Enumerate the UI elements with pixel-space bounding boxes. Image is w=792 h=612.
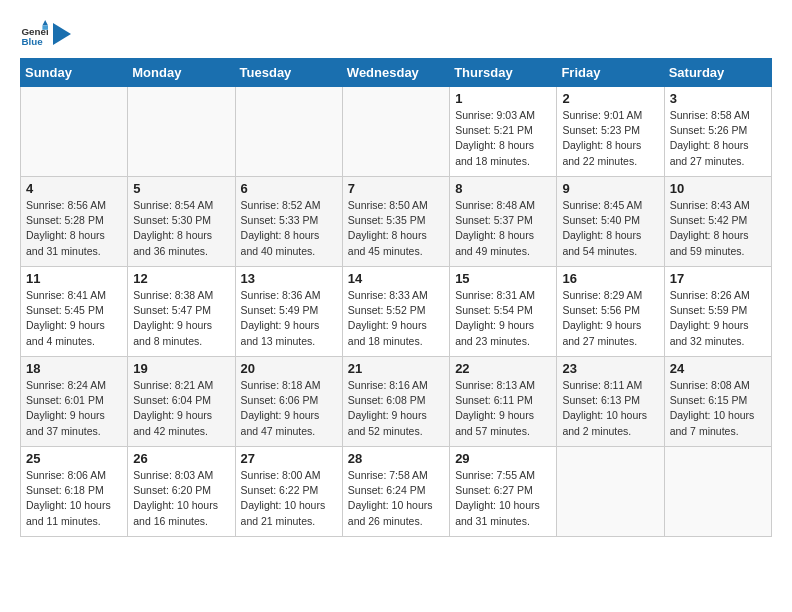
day-number: 6 <box>241 181 337 196</box>
day-number: 12 <box>133 271 229 286</box>
day-info: Sunrise: 8:50 AMSunset: 5:35 PMDaylight:… <box>348 198 444 259</box>
calendar-cell: 19Sunrise: 8:21 AMSunset: 6:04 PMDayligh… <box>128 357 235 447</box>
logo-icon: General Blue <box>20 20 48 48</box>
day-number: 18 <box>26 361 122 376</box>
day-number: 15 <box>455 271 551 286</box>
calendar-week-row: 11Sunrise: 8:41 AMSunset: 5:45 PMDayligh… <box>21 267 772 357</box>
page-header: General Blue <box>20 20 772 48</box>
day-number: 14 <box>348 271 444 286</box>
day-info: Sunrise: 8:29 AMSunset: 5:56 PMDaylight:… <box>562 288 658 349</box>
calendar-week-row: 25Sunrise: 8:06 AMSunset: 6:18 PMDayligh… <box>21 447 772 537</box>
calendar-cell: 5Sunrise: 8:54 AMSunset: 5:30 PMDaylight… <box>128 177 235 267</box>
calendar-cell: 20Sunrise: 8:18 AMSunset: 6:06 PMDayligh… <box>235 357 342 447</box>
day-info: Sunrise: 8:38 AMSunset: 5:47 PMDaylight:… <box>133 288 229 349</box>
calendar-cell: 28Sunrise: 7:58 AMSunset: 6:24 PMDayligh… <box>342 447 449 537</box>
day-info: Sunrise: 8:58 AMSunset: 5:26 PMDaylight:… <box>670 108 766 169</box>
day-info: Sunrise: 8:33 AMSunset: 5:52 PMDaylight:… <box>348 288 444 349</box>
calendar-cell: 29Sunrise: 7:55 AMSunset: 6:27 PMDayligh… <box>450 447 557 537</box>
day-number: 28 <box>348 451 444 466</box>
day-number: 21 <box>348 361 444 376</box>
calendar-cell: 24Sunrise: 8:08 AMSunset: 6:15 PMDayligh… <box>664 357 771 447</box>
calendar-cell: 22Sunrise: 8:13 AMSunset: 6:11 PMDayligh… <box>450 357 557 447</box>
day-number: 3 <box>670 91 766 106</box>
calendar-week-row: 18Sunrise: 8:24 AMSunset: 6:01 PMDayligh… <box>21 357 772 447</box>
calendar-cell: 18Sunrise: 8:24 AMSunset: 6:01 PMDayligh… <box>21 357 128 447</box>
calendar-cell: 15Sunrise: 8:31 AMSunset: 5:54 PMDayligh… <box>450 267 557 357</box>
day-info: Sunrise: 8:54 AMSunset: 5:30 PMDaylight:… <box>133 198 229 259</box>
day-number: 25 <box>26 451 122 466</box>
day-info: Sunrise: 8:18 AMSunset: 6:06 PMDaylight:… <box>241 378 337 439</box>
calendar-cell: 27Sunrise: 8:00 AMSunset: 6:22 PMDayligh… <box>235 447 342 537</box>
svg-marker-4 <box>53 23 71 45</box>
logo-triangle-icon <box>53 23 71 45</box>
day-number: 10 <box>670 181 766 196</box>
day-info: Sunrise: 8:03 AMSunset: 6:20 PMDaylight:… <box>133 468 229 529</box>
calendar-cell: 6Sunrise: 8:52 AMSunset: 5:33 PMDaylight… <box>235 177 342 267</box>
day-info: Sunrise: 8:45 AMSunset: 5:40 PMDaylight:… <box>562 198 658 259</box>
calendar-table: SundayMondayTuesdayWednesdayThursdayFrid… <box>20 58 772 537</box>
logo: General Blue <box>20 20 72 48</box>
calendar-cell: 1Sunrise: 9:03 AMSunset: 5:21 PMDaylight… <box>450 87 557 177</box>
calendar-cell: 4Sunrise: 8:56 AMSunset: 5:28 PMDaylight… <box>21 177 128 267</box>
day-info: Sunrise: 8:31 AMSunset: 5:54 PMDaylight:… <box>455 288 551 349</box>
day-number: 20 <box>241 361 337 376</box>
calendar-cell: 11Sunrise: 8:41 AMSunset: 5:45 PMDayligh… <box>21 267 128 357</box>
day-info: Sunrise: 8:24 AMSunset: 6:01 PMDaylight:… <box>26 378 122 439</box>
day-number: 17 <box>670 271 766 286</box>
day-number: 23 <box>562 361 658 376</box>
calendar-cell <box>21 87 128 177</box>
calendar-cell: 16Sunrise: 8:29 AMSunset: 5:56 PMDayligh… <box>557 267 664 357</box>
day-number: 2 <box>562 91 658 106</box>
day-number: 29 <box>455 451 551 466</box>
calendar-cell: 26Sunrise: 8:03 AMSunset: 6:20 PMDayligh… <box>128 447 235 537</box>
day-info: Sunrise: 8:52 AMSunset: 5:33 PMDaylight:… <box>241 198 337 259</box>
day-info: Sunrise: 8:13 AMSunset: 6:11 PMDaylight:… <box>455 378 551 439</box>
calendar-cell: 25Sunrise: 8:06 AMSunset: 6:18 PMDayligh… <box>21 447 128 537</box>
weekday-header-sunday: Sunday <box>21 59 128 87</box>
weekday-header-thursday: Thursday <box>450 59 557 87</box>
day-info: Sunrise: 8:56 AMSunset: 5:28 PMDaylight:… <box>26 198 122 259</box>
day-number: 1 <box>455 91 551 106</box>
day-number: 22 <box>455 361 551 376</box>
day-number: 16 <box>562 271 658 286</box>
day-info: Sunrise: 7:55 AMSunset: 6:27 PMDaylight:… <box>455 468 551 529</box>
day-info: Sunrise: 8:06 AMSunset: 6:18 PMDaylight:… <box>26 468 122 529</box>
day-info: Sunrise: 9:01 AMSunset: 5:23 PMDaylight:… <box>562 108 658 169</box>
day-info: Sunrise: 8:36 AMSunset: 5:49 PMDaylight:… <box>241 288 337 349</box>
svg-marker-2 <box>42 20 48 26</box>
weekday-header-row: SundayMondayTuesdayWednesdayThursdayFrid… <box>21 59 772 87</box>
calendar-cell: 13Sunrise: 8:36 AMSunset: 5:49 PMDayligh… <box>235 267 342 357</box>
calendar-cell <box>235 87 342 177</box>
day-number: 5 <box>133 181 229 196</box>
day-number: 27 <box>241 451 337 466</box>
day-info: Sunrise: 9:03 AMSunset: 5:21 PMDaylight:… <box>455 108 551 169</box>
calendar-cell: 8Sunrise: 8:48 AMSunset: 5:37 PMDaylight… <box>450 177 557 267</box>
weekday-header-wednesday: Wednesday <box>342 59 449 87</box>
day-number: 19 <box>133 361 229 376</box>
svg-marker-3 <box>42 26 48 30</box>
calendar-cell <box>664 447 771 537</box>
day-number: 7 <box>348 181 444 196</box>
svg-text:Blue: Blue <box>21 36 43 47</box>
day-info: Sunrise: 8:41 AMSunset: 5:45 PMDaylight:… <box>26 288 122 349</box>
calendar-week-row: 4Sunrise: 8:56 AMSunset: 5:28 PMDaylight… <box>21 177 772 267</box>
day-number: 8 <box>455 181 551 196</box>
day-info: Sunrise: 8:48 AMSunset: 5:37 PMDaylight:… <box>455 198 551 259</box>
calendar-cell: 17Sunrise: 8:26 AMSunset: 5:59 PMDayligh… <box>664 267 771 357</box>
calendar-cell <box>557 447 664 537</box>
day-number: 13 <box>241 271 337 286</box>
day-number: 11 <box>26 271 122 286</box>
calendar-cell: 10Sunrise: 8:43 AMSunset: 5:42 PMDayligh… <box>664 177 771 267</box>
day-number: 24 <box>670 361 766 376</box>
calendar-cell: 12Sunrise: 8:38 AMSunset: 5:47 PMDayligh… <box>128 267 235 357</box>
day-info: Sunrise: 8:43 AMSunset: 5:42 PMDaylight:… <box>670 198 766 259</box>
calendar-cell: 2Sunrise: 9:01 AMSunset: 5:23 PMDaylight… <box>557 87 664 177</box>
day-info: Sunrise: 8:00 AMSunset: 6:22 PMDaylight:… <box>241 468 337 529</box>
day-info: Sunrise: 7:58 AMSunset: 6:24 PMDaylight:… <box>348 468 444 529</box>
calendar-cell: 23Sunrise: 8:11 AMSunset: 6:13 PMDayligh… <box>557 357 664 447</box>
day-info: Sunrise: 8:08 AMSunset: 6:15 PMDaylight:… <box>670 378 766 439</box>
day-number: 4 <box>26 181 122 196</box>
calendar-cell: 3Sunrise: 8:58 AMSunset: 5:26 PMDaylight… <box>664 87 771 177</box>
weekday-header-friday: Friday <box>557 59 664 87</box>
calendar-cell: 14Sunrise: 8:33 AMSunset: 5:52 PMDayligh… <box>342 267 449 357</box>
